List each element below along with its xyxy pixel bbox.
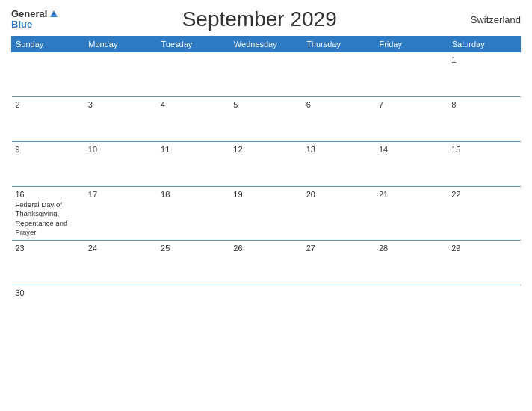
table-row: 29 bbox=[448, 241, 520, 285]
day-number: 9 bbox=[16, 145, 81, 154]
day-number: 27 bbox=[306, 244, 371, 253]
table-row bbox=[84, 52, 157, 97]
table-row: 3 bbox=[84, 97, 157, 142]
table-row bbox=[84, 285, 157, 330]
logo-blue-text: Blue bbox=[11, 19, 32, 30]
calendar-week-row: 1 bbox=[12, 52, 521, 97]
day-number: 11 bbox=[161, 145, 226, 154]
col-wednesday: Wednesday bbox=[229, 37, 302, 52]
table-row: 5 bbox=[229, 97, 302, 142]
table-row: 23 bbox=[12, 241, 84, 285]
col-friday: Friday bbox=[375, 37, 448, 52]
table-row bbox=[448, 285, 520, 330]
day-number: 18 bbox=[161, 190, 226, 199]
day-number: 29 bbox=[451, 244, 516, 253]
table-row: 30 bbox=[12, 285, 84, 330]
day-number: 6 bbox=[306, 100, 371, 109]
day-number: 5 bbox=[233, 100, 298, 109]
day-number: 17 bbox=[88, 190, 153, 199]
table-row: 7 bbox=[375, 97, 448, 142]
table-row: 17 bbox=[84, 187, 157, 241]
table-row: 21 bbox=[375, 187, 448, 241]
table-row: 22 bbox=[448, 187, 520, 241]
calendar-week-row: 2345678 bbox=[12, 97, 521, 142]
col-sunday: Sunday bbox=[12, 37, 84, 52]
calendar-week-row: 23242526272829 bbox=[12, 241, 521, 285]
day-number: 22 bbox=[451, 190, 516, 199]
day-number: 13 bbox=[306, 145, 371, 154]
table-row: 6 bbox=[303, 97, 375, 142]
day-number: 19 bbox=[233, 190, 298, 199]
table-row bbox=[303, 285, 375, 330]
table-row: 12 bbox=[229, 142, 302, 187]
table-row bbox=[157, 52, 229, 97]
day-number: 20 bbox=[306, 190, 371, 199]
col-monday: Monday bbox=[84, 37, 157, 52]
day-number: 1 bbox=[451, 55, 516, 64]
day-number: 3 bbox=[88, 100, 153, 109]
table-row: 16Federal Day of Thanksgiving, Repentanc… bbox=[12, 187, 84, 241]
col-tuesday: Tuesday bbox=[157, 37, 229, 52]
calendar-week-row: 30 bbox=[12, 285, 521, 330]
table-row: 18 bbox=[157, 187, 229, 241]
event-label: Federal Day of Thanksgiving, Repentance … bbox=[16, 200, 81, 237]
calendar-table: Sunday Monday Tuesday Wednesday Thursday… bbox=[11, 36, 521, 330]
calendar-page: General Blue September 2029 Switzerland … bbox=[0, 0, 532, 411]
day-number: 16 bbox=[16, 190, 81, 199]
table-row bbox=[12, 52, 84, 97]
col-saturday: Saturday bbox=[448, 37, 520, 52]
day-number: 4 bbox=[161, 100, 226, 109]
table-row: 24 bbox=[84, 241, 157, 285]
table-row bbox=[229, 285, 302, 330]
day-number: 24 bbox=[88, 244, 153, 253]
table-row: 25 bbox=[157, 241, 229, 285]
table-row: 26 bbox=[229, 241, 302, 285]
table-row: 4 bbox=[157, 97, 229, 142]
day-number: 12 bbox=[233, 145, 298, 154]
table-row: 14 bbox=[375, 142, 448, 187]
table-row: 10 bbox=[84, 142, 157, 187]
day-number: 21 bbox=[379, 190, 444, 199]
table-row: 27 bbox=[303, 241, 375, 285]
day-number: 10 bbox=[88, 145, 153, 154]
table-row bbox=[157, 285, 229, 330]
country-label: Switzerland bbox=[461, 14, 521, 25]
calendar-header-row: Sunday Monday Tuesday Wednesday Thursday… bbox=[12, 37, 521, 52]
day-number: 8 bbox=[451, 100, 516, 109]
table-row bbox=[375, 285, 448, 330]
day-number: 26 bbox=[233, 244, 298, 253]
day-number: 7 bbox=[379, 100, 444, 109]
table-row: 8 bbox=[448, 97, 520, 142]
day-number: 23 bbox=[16, 244, 81, 253]
table-row: 20 bbox=[303, 187, 375, 241]
table-row bbox=[375, 52, 448, 97]
day-number: 14 bbox=[379, 145, 444, 154]
day-number: 2 bbox=[16, 100, 81, 109]
table-row: 9 bbox=[12, 142, 84, 187]
calendar-week-row: 16Federal Day of Thanksgiving, Repentanc… bbox=[12, 187, 521, 241]
table-row: 2 bbox=[12, 97, 84, 142]
col-thursday: Thursday bbox=[303, 37, 375, 52]
calendar-title: September 2029 bbox=[58, 7, 461, 31]
table-row: 19 bbox=[229, 187, 302, 241]
table-row: 15 bbox=[448, 142, 520, 187]
table-row: 1 bbox=[448, 52, 520, 97]
table-row bbox=[229, 52, 302, 97]
logo: General Blue bbox=[11, 9, 58, 31]
table-row: 11 bbox=[157, 142, 229, 187]
logo-general-text: General bbox=[11, 9, 47, 19]
calendar-week-row: 9101112131415 bbox=[12, 142, 521, 187]
day-number: 25 bbox=[161, 244, 226, 253]
calendar-header: General Blue September 2029 Switzerland bbox=[11, 7, 521, 31]
table-row bbox=[303, 52, 375, 97]
table-row: 28 bbox=[375, 241, 448, 285]
day-number: 30 bbox=[16, 288, 81, 297]
day-number: 15 bbox=[451, 145, 516, 154]
table-row: 13 bbox=[303, 142, 375, 187]
day-number: 28 bbox=[379, 244, 444, 253]
